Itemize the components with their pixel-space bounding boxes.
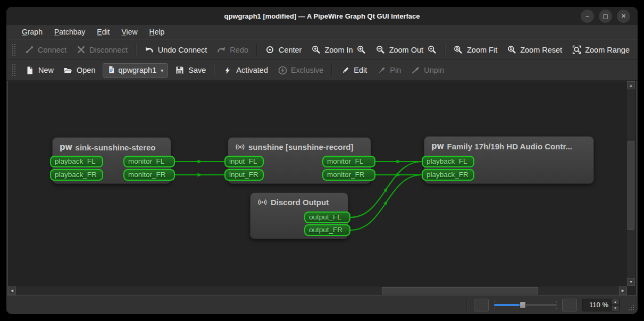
app-window: qpwgraph1 [modified] — A PipeWire Graph …: [6, 7, 638, 314]
undo-icon: [145, 45, 154, 55]
node-title: sunshine [sunshine-record]: [248, 142, 354, 151]
button-label: Zoom Range: [585, 46, 630, 54]
zoom-value[interactable]: 110 %: [582, 299, 611, 311]
menu-patchbay[interactable]: Patchbay: [49, 27, 90, 37]
window-controls: –▢✕: [581, 7, 630, 25]
patchbay-select-dropdown[interactable]: qpwgraph1▾: [103, 63, 169, 78]
zoom-out-button[interactable]: Zoom Out: [371, 43, 441, 57]
button-label: Pin: [390, 66, 401, 74]
toolbar-separator: [256, 44, 257, 56]
zoom-fit-button[interactable]: Zoom Fit: [449, 43, 502, 57]
graph-toolbar: ConnectDisconnectUndo ConnectRedoCenterZ…: [6, 39, 638, 60]
save-icon: [175, 65, 185, 75]
wire-arrow-icon: [198, 173, 203, 176]
toolbar-drag-handle[interactable]: [12, 44, 15, 56]
spin-down-button[interactable]: ▼: [611, 305, 620, 311]
port-sunshine-input-fl[interactable]: input_FL: [224, 156, 264, 167]
pipewire-icon: pw: [60, 142, 72, 152]
horizontal-scroll-thumb[interactable]: [382, 287, 538, 294]
connect-button[interactable]: Connect: [20, 43, 71, 57]
zoom-slider-handle[interactable]: [520, 301, 526, 309]
redo-button[interactable]: Redo: [212, 43, 253, 57]
new-button[interactable]: New: [20, 63, 58, 78]
menu-graph[interactable]: Graph: [17, 27, 47, 37]
edit-icon: [340, 65, 350, 75]
port-sunshine-monitor-fr[interactable]: monitor_FR: [322, 169, 375, 181]
redo-icon: [216, 45, 226, 55]
pin-icon: [377, 65, 386, 75]
center-button[interactable]: Center: [261, 43, 307, 57]
button-label: Redo: [230, 46, 248, 54]
port-sunshine-monitor-fl[interactable]: monitor_FL: [322, 156, 375, 167]
vertical-scroll-thumb[interactable]: [628, 141, 634, 230]
broadcast-icon: [235, 142, 245, 151]
port-sunshine-input-fr[interactable]: input_FR: [224, 169, 264, 181]
button-label: Exclusive: [291, 66, 323, 74]
port-sink-sunshine-stereo-playback-fl[interactable]: playback_FL: [50, 156, 103, 167]
status-bar: 110 % ▲ ▼: [6, 295, 638, 314]
port-sink-sunshine-stereo-monitor-fr[interactable]: monitor_FR: [123, 169, 175, 181]
undo-connect-button[interactable]: Undo Connect: [140, 43, 212, 57]
zoom-in-button[interactable]: [562, 299, 577, 311]
horizontal-scrollbar[interactable]: ◀▶: [8, 286, 627, 295]
exclusive-icon: [278, 65, 287, 75]
button-label: New: [38, 66, 54, 74]
close-button[interactable]: ✕: [617, 10, 630, 23]
port-discord-output-output-fr[interactable]: output_FR: [304, 224, 350, 236]
menu-view[interactable]: View: [116, 27, 142, 37]
exclusive-button[interactable]: Exclusive: [273, 63, 328, 78]
scroll-up-button[interactable]: ▲: [627, 81, 635, 89]
zoom-spinbox[interactable]: 110 % ▲ ▼: [582, 299, 620, 311]
port-sink-sunshine-stereo-monitor-fl[interactable]: monitor_FL: [123, 156, 175, 167]
zoom-reset-button[interactable]: 1Zoom Reset: [502, 43, 567, 57]
broadcast-icon: [257, 198, 267, 207]
scroll-left-button[interactable]: ◀: [8, 286, 16, 295]
zoom-out-button[interactable]: [474, 299, 489, 311]
vertical-scrollbar[interactable]: ▲▼: [627, 81, 635, 286]
scroll-right-button[interactable]: ▶: [619, 286, 627, 295]
menu-bar: GraphPatchbayEditViewHelp: [6, 25, 638, 39]
title-bar[interactable]: qpwgraph1 [modified] — A PipeWire Graph …: [6, 7, 638, 25]
button-label: Save: [188, 66, 206, 74]
save-button[interactable]: Save: [170, 63, 211, 78]
magnifier-minus-icon: [427, 45, 437, 55]
toolbar-separator: [214, 64, 215, 77]
button-label: Edit: [354, 66, 367, 74]
maximize-button[interactable]: ▢: [599, 10, 612, 23]
zoom-in-button[interactable]: Zoom In: [306, 43, 371, 57]
port-family-hd-audio-playback-fr[interactable]: playback_FR: [422, 169, 474, 181]
open-icon: [63, 65, 73, 75]
disconnect-button[interactable]: Disconnect: [71, 43, 132, 57]
port-discord-output-output-fl[interactable]: output_FL: [304, 212, 350, 223]
zoom-slider[interactable]: [494, 300, 557, 310]
zoom-range-button[interactable]: Zoom Range: [567, 43, 634, 57]
unpin-button[interactable]: Unpin: [406, 63, 449, 78]
new-icon: [25, 65, 35, 75]
menu-edit[interactable]: Edit: [92, 27, 114, 37]
minimize-button[interactable]: –: [581, 10, 594, 23]
button-label: Unpin: [424, 66, 444, 74]
button-label: Undo Connect: [158, 46, 207, 54]
unpin-icon: [411, 65, 420, 75]
scroll-down-button[interactable]: ▼: [627, 278, 635, 286]
spin-up-button[interactable]: ▲: [611, 299, 620, 305]
menu-help[interactable]: Help: [145, 27, 170, 37]
button-label: Zoom Reset: [520, 46, 562, 54]
zoom-reset-icon: 1: [507, 45, 516, 55]
connect-icon: [24, 45, 34, 55]
toolbar-separator: [445, 44, 446, 56]
activated-button[interactable]: Activated: [218, 63, 273, 78]
toolbar-separator: [331, 64, 332, 77]
open-button[interactable]: Open: [58, 63, 100, 78]
button-label: Open: [77, 66, 95, 74]
wire-arrow-icon: [198, 159, 203, 163]
port-family-hd-audio-playback-fl[interactable]: playback_FL: [422, 156, 474, 167]
resize-grip[interactable]: [629, 305, 635, 311]
port-sink-sunshine-stereo-playback-fr[interactable]: playback_FR: [50, 169, 103, 181]
edit-button[interactable]: Edit: [336, 63, 372, 78]
toolbar-drag-handle[interactable]: [12, 64, 16, 77]
graph-canvas[interactable]: ▲▼ ◀▶ pwsink-sunshine-stereoplayback_FLp…: [7, 81, 637, 295]
zoom-out-icon: [376, 45, 386, 55]
zoom-fit-icon: [454, 45, 463, 55]
pin-button[interactable]: Pin: [372, 63, 406, 78]
